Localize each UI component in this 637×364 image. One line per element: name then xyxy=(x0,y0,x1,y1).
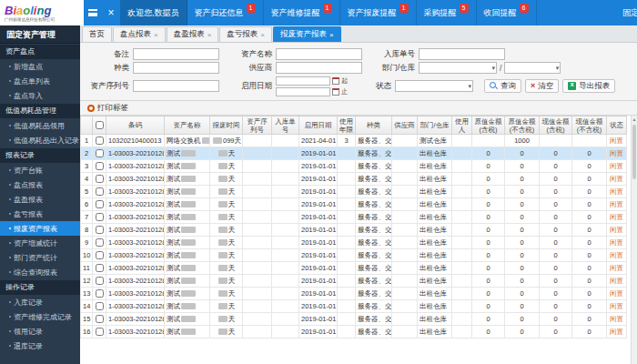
sidebar-item[interactable]: 资产台账 xyxy=(0,163,80,177)
row-checkbox[interactable] xyxy=(96,328,104,336)
col-order[interactable]: 入库单号 xyxy=(272,116,299,135)
content-tab[interactable]: 报废资产报表× xyxy=(273,26,341,42)
table-row[interactable]: 81-03003-20210128-测试天2019-01-01服务器、交换机出租… xyxy=(81,224,627,237)
sidebar-item[interactable]: 低值易耗品出入记录 xyxy=(0,133,80,147)
col-user[interactable]: 使用人 xyxy=(452,116,472,135)
table-row[interactable]: 121-03003-20210128-测试天2019-01-01服务器、交换机出… xyxy=(81,275,627,288)
row-checkbox[interactable] xyxy=(96,264,104,272)
supplier-input[interactable] xyxy=(276,62,362,74)
sidebar-item[interactable]: 盘点导入 xyxy=(0,88,80,103)
sidebar-item[interactable]: 入库记录 xyxy=(0,295,80,309)
row-checkbox[interactable] xyxy=(96,175,104,183)
inbound-no-input[interactable] xyxy=(419,48,505,60)
vertical-scrollbar[interactable]: ▲ xyxy=(631,116,637,364)
sidebar-group-header[interactable]: 操作记录 xyxy=(0,280,80,295)
scrollbar-thumb[interactable] xyxy=(632,125,636,179)
menu-toggle-icon[interactable] xyxy=(84,0,102,25)
content-tab[interactable]: 首页 xyxy=(82,26,112,42)
clear-button[interactable]: × 清空 xyxy=(525,79,559,93)
row-checkbox[interactable] xyxy=(96,200,104,208)
content-tab[interactable]: 盘亏报表× xyxy=(219,26,272,42)
topbar-tab[interactable]: 资产维修提醒1 xyxy=(264,0,340,25)
sidebar-item[interactable]: 盘点报表 xyxy=(0,177,80,192)
asset-name-input[interactable] xyxy=(276,48,362,60)
date-to-input[interactable] xyxy=(276,87,330,96)
calendar-icon[interactable] xyxy=(332,77,339,85)
col-amt2[interactable]: 原值金额(不含税) xyxy=(505,116,540,135)
table-row[interactable]: 110320210400013网络交换机099天2021-04-013服务器、交… xyxy=(81,135,627,147)
table-row[interactable]: 91-03003-20210128-测试天2019-01-01服务器、交换机出租… xyxy=(81,237,627,249)
col-supplier[interactable]: 供应商 xyxy=(392,116,418,135)
table-row[interactable]: 161-03003-20210128-测试天2019-01-01服务器、交换机出… xyxy=(81,326,627,339)
table-row[interactable]: 151-03003-20210128-测试天2019-01-01服务器、交换机出… xyxy=(81,313,627,326)
export-button[interactable]: 导出报表 xyxy=(562,79,615,93)
row-checkbox[interactable] xyxy=(96,187,104,196)
row-checkbox[interactable] xyxy=(96,213,104,221)
col-check[interactable] xyxy=(93,116,106,135)
status-select[interactable]: ▾ xyxy=(395,80,473,92)
col-scrap[interactable]: 报废时间 xyxy=(210,116,243,135)
table-row[interactable]: 131-03003-20210128-测试天2019-01-01服务器、交换机出… xyxy=(81,288,627,300)
col-dept[interactable]: 部门/仓库 xyxy=(418,116,452,135)
col-category[interactable]: 种类 xyxy=(356,116,392,135)
col-date[interactable]: 启用日期 xyxy=(299,116,338,135)
col-serial[interactable]: 资产序列号 xyxy=(243,116,272,135)
row-checkbox[interactable] xyxy=(96,315,104,323)
topbar-tab[interactable]: 欢迎您,数据员 xyxy=(120,0,187,25)
serial-input[interactable] xyxy=(133,80,219,92)
table-row[interactable]: 111-03003-20210128-测试天2019-01-01服务器、交换机出… xyxy=(81,262,627,275)
table-row[interactable]: 21-03003-20210128-测试天2019-01-01服务器、交换机出租… xyxy=(81,147,627,160)
sidebar-item[interactable]: 盘亏报表 xyxy=(0,207,80,221)
table-row[interactable]: 41-03003-20210128-测试天2019-01-01服务器、交换机出租… xyxy=(81,173,627,186)
search-button[interactable]: 查询 xyxy=(484,79,521,93)
topbar-tab[interactable]: 采购提醒5 xyxy=(417,0,477,25)
close-tab-icon[interactable]: × xyxy=(329,31,334,39)
table-row[interactable]: 51-03003-20210128-测试天2019-01-01服务器、交换机出租… xyxy=(81,186,627,198)
sidebar-item[interactable]: 报废资产报表 xyxy=(0,221,80,236)
close-tab-icon[interactable]: × xyxy=(207,31,212,39)
row-checkbox[interactable] xyxy=(96,226,104,234)
col-amt3[interactable]: 现值金额(含税) xyxy=(540,116,572,135)
sidebar-group-header[interactable]: 报表记录 xyxy=(0,148,80,163)
dept-select[interactable]: ▾ xyxy=(419,62,497,74)
note-input[interactable] xyxy=(133,48,219,60)
table-row[interactable]: 141-03003-20210128-测试天2019-01-01服务器、交换机出… xyxy=(81,300,627,313)
sidebar-group-header[interactable]: 低值易耗品管理 xyxy=(0,104,80,118)
row-checkbox[interactable] xyxy=(96,251,104,259)
col-years[interactable]: 使用年限 xyxy=(338,116,356,135)
sidebar-group-header[interactable]: 资产盘点 xyxy=(0,45,80,59)
close-icon[interactable]: × xyxy=(102,0,120,25)
warehouse-select[interactable]: ▾ xyxy=(504,62,561,74)
row-checkbox[interactable] xyxy=(96,149,104,157)
sidebar-item[interactable]: 低值易耗品领用 xyxy=(0,118,80,133)
col-status[interactable]: 状态 xyxy=(607,116,627,135)
sidebar-item[interactable]: 领用记录 xyxy=(0,324,80,339)
col-amt1[interactable]: 原值金额(含税) xyxy=(472,116,505,135)
row-checkbox[interactable] xyxy=(96,136,104,145)
sidebar-item[interactable]: 盘点单列表 xyxy=(0,74,80,88)
table-row[interactable]: 61-03003-20210128-测试天2019-01-01服务器、交换机出租… xyxy=(81,198,627,211)
topbar-tab[interactable]: 资产报废提醒1 xyxy=(340,0,417,25)
content-tab[interactable]: 盘盈报表× xyxy=(167,26,219,42)
sidebar-item[interactable]: 新增盘点 xyxy=(0,59,80,74)
category-input[interactable] xyxy=(133,62,219,74)
sidebar-item[interactable]: 部门资产统计 xyxy=(0,250,80,265)
close-tab-icon[interactable]: × xyxy=(260,31,265,39)
scroll-up-icon[interactable]: ▲ xyxy=(632,116,637,123)
calendar-icon[interactable] xyxy=(332,88,339,96)
sidebar-item[interactable]: 退库记录 xyxy=(0,339,80,353)
row-checkbox[interactable] xyxy=(96,238,104,247)
close-tab-icon[interactable]: × xyxy=(154,31,158,39)
table-row[interactable]: 101-03003-20210128-测试天2019-01-01服务器、交换机出… xyxy=(81,249,627,262)
row-checkbox[interactable] xyxy=(96,302,104,310)
sidebar-item[interactable]: 盘盈报表 xyxy=(0,192,80,207)
col-barcode[interactable]: 条码 xyxy=(106,116,165,135)
content-tab[interactable]: 盘点报表× xyxy=(113,26,166,42)
topbar-tab[interactable]: 收回提醒6 xyxy=(477,0,537,25)
logo[interactable]: Biaoling 广州标领信息科技有限公司 xyxy=(0,0,84,25)
table-row[interactable]: 71-03003-20210128-测试天2019-01-01服务器、交换机出租… xyxy=(81,211,627,224)
topbar-partial-text[interactable]: 固定 xyxy=(622,0,637,25)
sidebar-item[interactable]: 资产维修完成记录 xyxy=(0,309,80,324)
sidebar-item[interactable]: 综合查询报表 xyxy=(0,265,80,279)
table-row[interactable]: 31-03003-20210128-测试天2019-01-01服务器、交换机出租… xyxy=(81,160,627,173)
